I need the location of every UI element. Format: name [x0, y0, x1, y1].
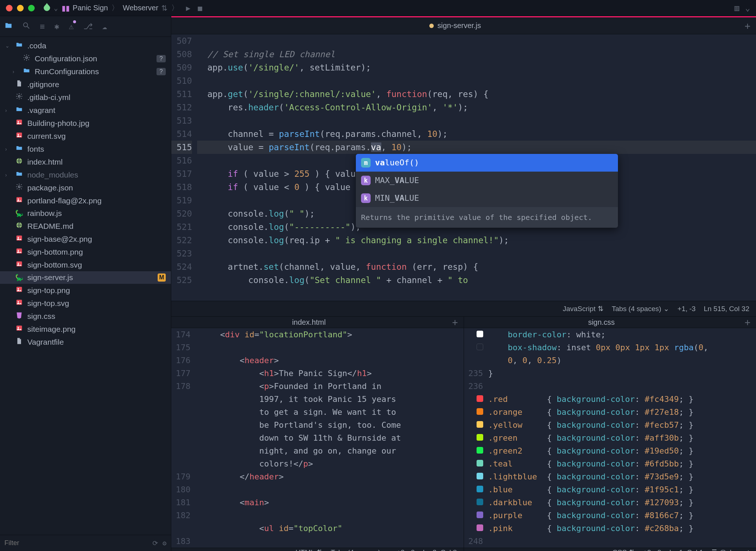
- svg-point-24: [18, 327, 19, 328]
- file-item-sign-bottom-svg[interactable]: sign-bottom.svg: [0, 258, 171, 271]
- file-item--gitlab-ci-yml[interactable]: .gitlab-ci.yml: [0, 91, 171, 104]
- file-item-sign-bottom-png[interactable]: sign-bottom.png: [0, 245, 171, 258]
- file-name: node_modules: [27, 171, 166, 179]
- chevron-down-icon[interactable]: ⌄: [745, 3, 750, 13]
- file-item-rainbow-js[interactable]: 🦕rainbow.js: [0, 207, 171, 220]
- file-item--vagrant[interactable]: ›.vagrant: [0, 104, 171, 117]
- code-body-main[interactable]: 5075085095105115125135145155165175185195…: [171, 34, 756, 301]
- file-item-sign-top-svg[interactable]: sign-top.svg: [0, 297, 171, 310]
- statusbar-html: ‹ HTML ⇅ Tabs (4 spaces) ⌄ +0, -0 Ln 3, …: [171, 548, 464, 551]
- ac-item-min-value[interactable]: kMIN_VALUE: [356, 189, 618, 207]
- img-icon: [15, 118, 24, 128]
- sidebar-tabs: ≡ ✱ ⚠ ⎇ ☁: [0, 16, 171, 37]
- badge: ?: [157, 68, 166, 75]
- status-lang[interactable]: HTML ⇅: [296, 548, 323, 551]
- sidebar-tab-symbols[interactable]: ≡: [40, 22, 45, 31]
- autocomplete-popup[interactable]: mvalueOf()kMAX_VALUEkMIN_VALUEReturns th…: [356, 154, 618, 228]
- img-icon: [15, 286, 24, 295]
- file-item-package-json[interactable]: package.json: [0, 181, 171, 194]
- status-lang[interactable]: CSS ⇅: [612, 548, 635, 551]
- file-item-sign-css[interactable]: sign.css: [0, 310, 171, 323]
- status-indent[interactable]: Tabs (4 spaces) ⌄: [331, 548, 388, 551]
- img-icon: [15, 324, 24, 334]
- tab-sign-css[interactable]: sign.css: [581, 317, 622, 328]
- file-tree[interactable]: ⌄.codaConfiguration.json?›RunConfigurati…: [0, 37, 171, 535]
- chevron-left-icon[interactable]: ‹: [178, 548, 180, 551]
- file-name: sign-bottom.svg: [27, 261, 166, 269]
- file-item-current-svg[interactable]: current.svg: [0, 130, 171, 142]
- play-button[interactable]: ▶: [186, 4, 190, 13]
- minimize-window[interactable]: [17, 5, 24, 11]
- code-css[interactable]: border-color: white; box-shadow: inset 0…: [488, 328, 756, 548]
- chevron-icon[interactable]: ⌄: [5, 43, 11, 49]
- chevron-icon[interactable]: ›: [13, 69, 18, 75]
- status-indent[interactable]: Tabs (4 spaces) ⌄: [612, 304, 669, 313]
- sidebar-tab-cloud[interactable]: ☁: [102, 22, 107, 31]
- js-icon: 🦕: [15, 209, 24, 217]
- file-item--gitignore[interactable]: .gitignore: [0, 78, 171, 91]
- ac-item-valueof-[interactable]: mvalueOf(): [356, 154, 618, 172]
- file-item-configuration-json[interactable]: Configuration.json?: [0, 52, 171, 65]
- file-item--coda[interactable]: ⌄.coda: [0, 39, 171, 52]
- sidebar: ≡ ✱ ⚠ ⎇ ☁ ⌄.codaConfiguration.json?›RunC…: [0, 16, 171, 551]
- gutter-html: 174175176177178179180181182183: [171, 328, 196, 548]
- close-window[interactable]: [6, 5, 13, 11]
- sidebar-tab-search[interactable]: [22, 21, 30, 31]
- new-tab-button[interactable]: +: [447, 317, 464, 328]
- zoom-window[interactable]: [28, 5, 35, 11]
- tab-index-html[interactable]: index.html: [285, 317, 333, 328]
- tab-sign-server[interactable]: sign-server.js: [422, 17, 488, 34]
- file-item-readme-md[interactable]: README.md: [0, 220, 171, 233]
- new-tab-button[interactable]: +: [739, 317, 756, 328]
- file-item-index-html[interactable]: index.html: [0, 155, 171, 168]
- new-tab-button[interactable]: +: [739, 20, 756, 31]
- file-name: .gitlab-ci.yml: [27, 93, 166, 102]
- file-name: package.json: [27, 183, 166, 192]
- ac-item-max-value[interactable]: kMAX_VALUE: [356, 172, 618, 189]
- file-item-vagrantfile[interactable]: Vagrantfile: [0, 335, 171, 348]
- sidebar-tab-source-control[interactable]: ⎇: [83, 22, 93, 31]
- status-pos: Ln 1, Col 1: [669, 548, 703, 551]
- chevron-updown-icon: ⇅: [161, 4, 168, 13]
- file-item-sign-top-png[interactable]: sign-top.png: [0, 284, 171, 297]
- chevron-down-icon[interactable]: ⌄: [54, 4, 58, 12]
- code-body-css[interactable]: 235236248 border-color: white; box-shado…: [464, 328, 756, 548]
- breadcrumb-project[interactable]: ▮▮ Panic Sign: [58, 4, 112, 13]
- chevron-icon[interactable]: ›: [5, 172, 11, 178]
- code-body-html[interactable]: 174175176177178179180181182183 <div id="…: [171, 328, 464, 548]
- sidebar-footer: ⟳ ⚙: [0, 535, 171, 551]
- file-item-portland-flag-2x-png[interactable]: portland-flag@2x.png: [0, 194, 171, 207]
- ac-badge-icon: k: [361, 176, 371, 185]
- file-item-node-modules[interactable]: ›node_modules: [0, 168, 171, 181]
- chevron-icon[interactable]: ›: [5, 107, 11, 113]
- status-sym[interactable]: ≣ @charset: [711, 548, 749, 551]
- folder-icon: [22, 67, 31, 76]
- svg-point-14: [18, 237, 19, 238]
- sidebar-tab-git[interactable]: ✱: [54, 22, 59, 31]
- settings-icon[interactable]: ⚙: [162, 539, 166, 547]
- tabbar-css: sign.css +: [464, 317, 756, 328]
- tabbar-main: sign-server.js +: [171, 17, 756, 34]
- layout-toggle-icon[interactable]: ▥: [735, 3, 739, 13]
- file-item-sign-base-2x-png[interactable]: sign-base@2x.png: [0, 233, 171, 245]
- file-name: sign-server.js: [27, 273, 154, 282]
- chevron-icon[interactable]: ›: [5, 146, 11, 152]
- file-name: fonts: [27, 145, 166, 154]
- stop-button[interactable]: ■: [198, 4, 202, 13]
- file-item-runconfigurations[interactable]: ›RunConfigurations?: [0, 65, 171, 78]
- img-icon: [15, 260, 24, 269]
- file-item-fonts[interactable]: ›fonts: [0, 142, 171, 155]
- status-lang[interactable]: JavaScript ⇅: [563, 304, 604, 313]
- filter-input[interactable]: [4, 539, 148, 547]
- sidebar-tab-files[interactable]: [4, 21, 13, 31]
- file-name: Vagrantfile: [27, 338, 166, 347]
- file-item-sign-server-js[interactable]: 🦕sign-server.jsM: [0, 271, 171, 284]
- file-item-building-photo-jpg[interactable]: Building-photo.jpg: [0, 117, 171, 130]
- refresh-icon[interactable]: ⟳: [152, 539, 158, 547]
- file-item-siteimage-png[interactable]: siteimage.png: [0, 323, 171, 335]
- file-name: RunConfigurations: [35, 67, 153, 76]
- code-html[interactable]: <div id="locationPortland"> <header> <h1…: [196, 328, 464, 548]
- sidebar-tab-issues[interactable]: ⚠: [69, 22, 74, 31]
- breadcrumb-server[interactable]: Webserver ⇅: [119, 4, 171, 13]
- file-icon: [15, 80, 24, 89]
